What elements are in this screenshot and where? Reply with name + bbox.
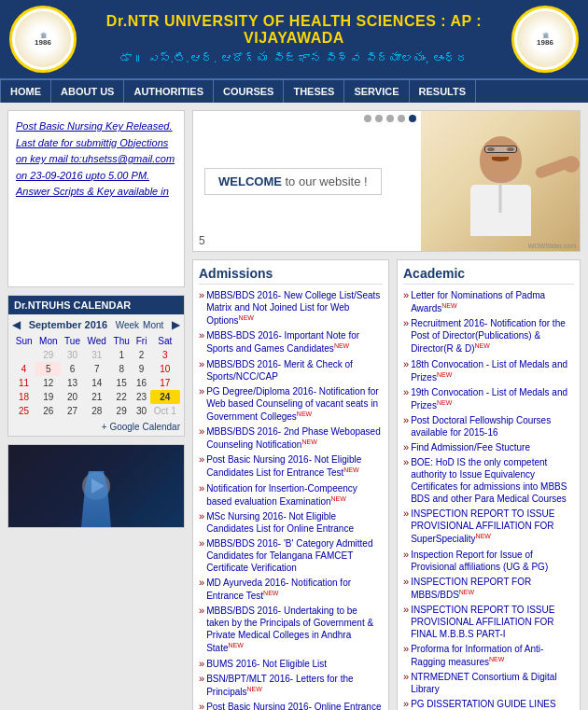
cal-day[interactable]: 2 xyxy=(133,348,149,362)
google-calendar-link[interactable]: + Google Calendar xyxy=(12,422,180,432)
cal-day[interactable]: 8 xyxy=(110,362,133,376)
cal-day[interactable]: 15 xyxy=(110,376,133,390)
dot-4[interactable] xyxy=(398,115,405,122)
announce-link[interactable]: Post Basic Nursing Key Released. Last da… xyxy=(16,120,175,197)
cal-day[interactable]: 18 xyxy=(12,390,35,404)
cal-day[interactable]: 9 xyxy=(133,362,149,376)
academic-link-14[interactable]: PG DISSERTATION GUIDE LINES xyxy=(411,698,556,710)
cal-day[interactable]: 29 xyxy=(110,404,133,418)
cal-day[interactable]: 11 xyxy=(12,376,35,390)
academic-section: Academic » Letter for Nominations of Pad… xyxy=(397,259,581,710)
academic-link-9[interactable]: Inspection Report for Issue of Provision… xyxy=(411,549,574,573)
cal-day[interactable]: 13 xyxy=(61,376,83,390)
academic-link-4[interactable]: 19th Convocation - List of Medals and Pr… xyxy=(411,386,574,411)
admissions-link-9[interactable]: MBBS/BDS 2016- 'B' Category Admitted Can… xyxy=(206,537,383,574)
admissions-link-7[interactable]: Notification for Insertion-Compeency bas… xyxy=(206,482,383,508)
nav-theses[interactable]: THESES xyxy=(284,80,344,103)
nav-authorities[interactable]: AUTHORITIES xyxy=(124,80,214,103)
cal-day[interactable]: 24 xyxy=(150,390,180,404)
cal-day[interactable]: 21 xyxy=(84,390,110,404)
list-item: » INSPECTION REPORT TO ISSUE PROVISIONAL… xyxy=(403,604,574,640)
admissions-link-3[interactable]: MBBS/BDS 2016- Merit & Check of Sports/N… xyxy=(206,358,383,383)
academic-link-2[interactable]: Recruitment 2016- Notification for the P… xyxy=(411,317,574,355)
cal-day[interactable]: 19 xyxy=(35,390,61,404)
admissions-link-4[interactable]: PG Degree/Diploma 2016- Notification for… xyxy=(206,385,383,423)
dot-2[interactable] xyxy=(375,115,383,122)
calendar-box: Dr.NTRUHS CALENDAR ◀ September 2016 Week… xyxy=(7,295,185,437)
cal-day[interactable]: 4 xyxy=(12,362,35,376)
cal-day[interactable]: 27 xyxy=(61,404,83,418)
cal-day[interactable]: 20 xyxy=(61,390,83,404)
nav-home[interactable]: HOME xyxy=(0,80,51,103)
list-item: » Proforma for Information of Anti-Raggi… xyxy=(403,643,574,668)
academic-link-7[interactable]: BOE: HoD IS the only competent authority… xyxy=(411,456,574,505)
cal-day[interactable]: 28 xyxy=(84,404,110,418)
cal-day[interactable]: 22 xyxy=(110,390,133,404)
admissions-link-6[interactable]: Post Basic Nursing 2016- Not Eligible Ca… xyxy=(206,453,383,479)
academic-link-5[interactable]: Post Doctoral Fellowship Courses availab… xyxy=(411,414,574,439)
bullet-icon: » xyxy=(199,510,204,522)
academic-link-6[interactable]: Find Admission/Fee Stucture xyxy=(411,441,530,453)
cal-day[interactable]: 17 xyxy=(150,376,180,390)
admissions-link-10[interactable]: MD Ayurveda 2016- Notification for Entra… xyxy=(206,577,383,602)
cal-day[interactable] xyxy=(12,348,35,362)
bullet-icon: » xyxy=(199,425,204,437)
cal-day[interactable]: 23 xyxy=(133,390,149,404)
cal-day[interactable]: 10 xyxy=(150,362,180,376)
cal-week-1: 29 30 31 1 2 3 xyxy=(12,348,180,362)
admissions-link-8[interactable]: MSc Nursing 2016- Not Eligible Candidate… xyxy=(206,510,383,535)
cal-day[interactable]: 6 xyxy=(61,362,83,376)
bullet-icon: » xyxy=(403,671,409,682)
academic-works-column: Academic » Letter for Nominations of Pad… xyxy=(397,259,581,710)
cal-day[interactable]: 12 xyxy=(35,376,61,390)
admissions-link-5[interactable]: MBBS/BDS 2016- 2nd Phase Webopased Couns… xyxy=(206,425,383,451)
month-label[interactable]: Mont xyxy=(143,320,163,330)
admissions-link-11[interactable]: MBBS/BDS 2016- Undertaking to be taken b… xyxy=(206,605,383,654)
nav-courses[interactable]: COURSES xyxy=(214,80,284,103)
video-box[interactable] xyxy=(7,444,185,528)
cal-day[interactable]: 29 xyxy=(35,348,61,362)
dot-1[interactable] xyxy=(364,115,371,122)
cal-day[interactable]: 7 xyxy=(84,362,110,376)
academic-link-1[interactable]: Letter for Nominations of Padma AwardsNE… xyxy=(411,289,574,314)
nav-results[interactable]: RESULTS xyxy=(410,80,477,103)
bullet-icon: » xyxy=(403,643,409,654)
academic-link-13[interactable]: NTRMEDNET Consortium & Digital Library xyxy=(411,671,574,695)
admissions-link-1[interactable]: MBBS/BDS 2016- New College List/Seats Ma… xyxy=(206,289,383,327)
dot-3[interactable] xyxy=(386,115,394,122)
dot-5[interactable] xyxy=(409,115,416,122)
nav-service[interactable]: SERVICE xyxy=(344,80,409,103)
cal-day[interactable]: 3 xyxy=(150,348,180,362)
bullet-icon: » xyxy=(199,453,204,465)
cal-day[interactable]: Oct 1 xyxy=(150,404,180,418)
list-item: » BSN/BPT/MLT 2016- Letters for the Prin… xyxy=(199,673,383,698)
academic-link-3[interactable]: 18th Convocation - List of Medals and Pr… xyxy=(411,358,574,383)
cal-week-2: 4 5 6 7 8 9 10 xyxy=(12,362,180,376)
cal-day[interactable]: 30 xyxy=(61,348,83,362)
logo-right: 🏛️ 1986 xyxy=(511,6,579,73)
cal-day[interactable]: 16 xyxy=(133,376,149,390)
admissions-link-12[interactable]: BUMS 2016- Not Eligible List xyxy=(206,658,327,670)
list-item: » 18th Convocation - List of Medals and … xyxy=(403,358,574,383)
cal-th-sat: Sat xyxy=(150,334,180,348)
cal-day[interactable]: 14 xyxy=(84,376,110,390)
nav-about[interactable]: ABOUT US xyxy=(51,80,124,103)
bullet-icon: » xyxy=(199,673,204,684)
academic-link-11[interactable]: INSPECTION REPORT TO ISSUE PROVISIONAL A… xyxy=(411,604,574,640)
admissions-link-13[interactable]: BSN/BPT/MLT 2016- Letters for the Princi… xyxy=(206,673,383,698)
admissions-link-2[interactable]: MBBS-BDS 2016- Important Note for Sports… xyxy=(206,329,383,355)
calendar-month: September 2016 xyxy=(29,319,107,330)
cal-day[interactable]: 1 xyxy=(110,348,133,362)
admissions-link-14[interactable]: Post Basic Nursing 2016- Online Entrance… xyxy=(206,701,383,710)
academic-link-12[interactable]: Proforma for Information of Anti-Ragging… xyxy=(411,643,574,668)
cal-next[interactable]: ▶ xyxy=(172,318,180,331)
cal-day[interactable]: 25 xyxy=(12,404,35,418)
week-label[interactable]: Week xyxy=(116,320,139,330)
cal-day[interactable]: 26 xyxy=(35,404,61,418)
cal-day[interactable]: 5 xyxy=(35,362,61,376)
academic-link-10[interactable]: INSPECTION REPORT FOR MBBS/BDSNEW xyxy=(411,576,574,601)
cal-day[interactable]: 30 xyxy=(133,404,149,418)
cal-day[interactable]: 31 xyxy=(84,348,110,362)
cal-prev[interactable]: ◀ xyxy=(12,318,21,331)
academic-link-8[interactable]: INSPECTION REPORT TO ISSUE PROVISIONAL A… xyxy=(411,508,574,545)
